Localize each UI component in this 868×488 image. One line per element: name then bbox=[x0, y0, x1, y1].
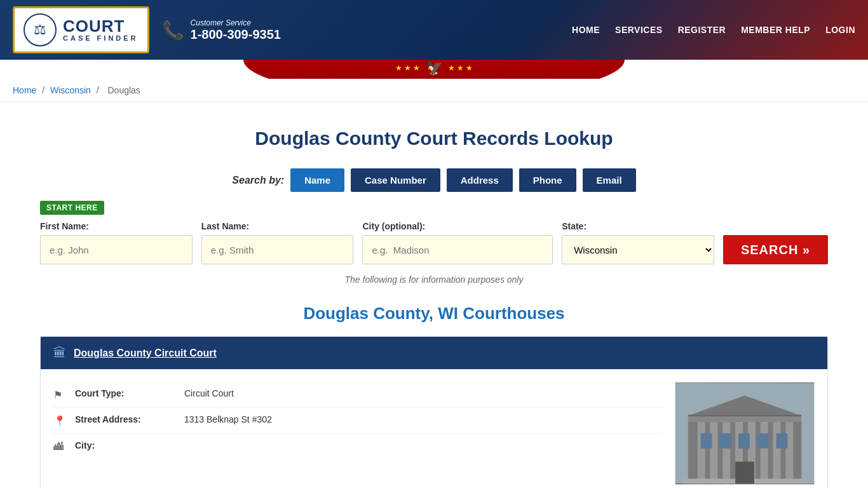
last-name-input[interactable] bbox=[201, 235, 354, 264]
last-name-group: Last Name: bbox=[201, 221, 354, 264]
nav-member-help[interactable]: MEMBER HELP bbox=[741, 25, 810, 36]
banner-arc: ★ ★ ★ 🦅 ★ ★ ★ bbox=[0, 60, 868, 79]
breadcrumb-sep-2: / bbox=[97, 85, 102, 95]
svg-rect-14 bbox=[701, 433, 712, 449]
nav-register[interactable]: REGISTER bbox=[678, 25, 726, 36]
courthouse-image bbox=[675, 382, 815, 485]
first-name-input[interactable] bbox=[40, 235, 193, 264]
courthouse-header: 🏛 Douglas County Circuit Court bbox=[41, 337, 827, 369]
logo-emblem: ⚖ bbox=[24, 13, 57, 46]
state-group: State: Wisconsin bbox=[562, 221, 714, 264]
court-type-label: Court Type: bbox=[75, 388, 177, 398]
customer-service: 📞 Customer Service 1-800-309-9351 bbox=[162, 18, 281, 42]
breadcrumb-state[interactable]: Wisconsin bbox=[50, 85, 91, 95]
last-name-label: Last Name: bbox=[201, 221, 354, 231]
courthouse-icon: 🏛 bbox=[53, 346, 66, 360]
first-name-label: First Name: bbox=[40, 221, 193, 231]
svg-rect-19 bbox=[735, 462, 754, 484]
main-nav: HOME SERVICES REGISTER MEMBER HELP LOGIN bbox=[572, 25, 855, 36]
breadcrumb-sep-1: / bbox=[42, 85, 47, 95]
main-content: Douglas County Court Records Lookup Sear… bbox=[21, 102, 847, 488]
courthouse-photo bbox=[675, 383, 814, 484]
city-icon: 🏙 bbox=[53, 441, 67, 452]
svg-rect-4 bbox=[722, 417, 730, 484]
courthouse-body: ⚑ Court Type: Circuit Court 📍 Street Add… bbox=[41, 369, 827, 488]
header-left: ⚖ COURT CASE FINDER 📞 Customer Service 1… bbox=[13, 6, 281, 53]
page-title: Douglas County Court Records Lookup bbox=[40, 128, 828, 149]
star-left: ★ ★ ★ bbox=[395, 64, 421, 72]
city-row-label: City: bbox=[75, 440, 177, 451]
address-value: 1313 Belknap St #302 bbox=[184, 414, 272, 424]
svg-rect-2 bbox=[698, 417, 705, 484]
courthouse-name-link[interactable]: Douglas County Circuit Court bbox=[74, 348, 217, 359]
nav-login[interactable]: LOGIN bbox=[825, 25, 855, 36]
svg-rect-17 bbox=[757, 433, 769, 449]
city-label: City (optional): bbox=[362, 221, 553, 231]
courthouses-title: Douglas County, WI Courthouses bbox=[40, 304, 828, 323]
svg-rect-8 bbox=[773, 417, 781, 484]
search-form-area: START HERE First Name: Last Name: City (… bbox=[40, 201, 828, 264]
first-name-group: First Name: bbox=[40, 221, 193, 264]
info-note: The following is for information purpose… bbox=[40, 274, 828, 285]
search-fields-row: First Name: Last Name: City (optional): … bbox=[40, 221, 828, 264]
logo-court-text: COURT bbox=[63, 18, 139, 34]
building-svg bbox=[675, 383, 814, 484]
cs-label: Customer Service bbox=[191, 18, 281, 27]
logo-case-finder-text: CASE FINDER bbox=[63, 34, 139, 42]
city-row: 🏙 City: bbox=[53, 434, 662, 459]
logo[interactable]: ⚖ COURT CASE FINDER bbox=[13, 6, 149, 53]
tab-name[interactable]: Name bbox=[290, 168, 344, 192]
address-icon: 📍 bbox=[53, 415, 67, 427]
header: ⚖ COURT CASE FINDER 📞 Customer Service 1… bbox=[0, 0, 868, 60]
court-type-icon: ⚑ bbox=[53, 389, 67, 401]
svg-rect-15 bbox=[719, 433, 731, 449]
tab-address[interactable]: Address bbox=[447, 168, 513, 192]
state-label: State: bbox=[562, 221, 714, 231]
svg-rect-9 bbox=[785, 417, 793, 484]
court-type-value: Circuit Court bbox=[184, 388, 234, 398]
courthouse-card: 🏛 Douglas County Circuit Court ⚑ Court T… bbox=[40, 336, 828, 488]
breadcrumb: Home / Wisconsin / Douglas bbox=[0, 79, 868, 102]
state-select[interactable]: Wisconsin bbox=[562, 235, 714, 264]
svg-rect-3 bbox=[710, 417, 718, 484]
city-group: City (optional): bbox=[362, 221, 553, 264]
breadcrumb-county: Douglas bbox=[108, 85, 140, 95]
tab-phone[interactable]: Phone bbox=[519, 168, 576, 192]
nav-home[interactable]: HOME bbox=[572, 25, 600, 36]
svg-rect-18 bbox=[776, 433, 788, 449]
cs-info: Customer Service 1-800-309-9351 bbox=[191, 18, 281, 42]
nav-services[interactable]: SERVICES bbox=[615, 25, 663, 36]
search-button[interactable]: SEARCH » bbox=[723, 235, 828, 264]
tab-case-number[interactable]: Case Number bbox=[351, 168, 440, 192]
svg-rect-7 bbox=[761, 417, 768, 484]
address-row: 📍 Street Address: 1313 Belknap St #302 bbox=[53, 408, 662, 434]
phone-icon: 📞 bbox=[162, 20, 184, 41]
courthouse-details: ⚑ Court Type: Circuit Court 📍 Street Add… bbox=[53, 382, 662, 485]
tab-email[interactable]: Email bbox=[583, 168, 636, 192]
cs-phone: 1-800-309-9351 bbox=[191, 27, 281, 42]
banner-eagle: ★ ★ ★ 🦅 ★ ★ ★ bbox=[395, 60, 473, 76]
court-type-row: ⚑ Court Type: Circuit Court bbox=[53, 382, 662, 408]
search-by-row: Search by: Name Case Number Address Phon… bbox=[40, 168, 828, 192]
eagle-icon: 🦅 bbox=[426, 60, 443, 76]
breadcrumb-home[interactable]: Home bbox=[13, 85, 36, 95]
address-label: Street Address: bbox=[75, 414, 177, 424]
star-right: ★ ★ ★ bbox=[448, 64, 473, 72]
start-here-badge: START HERE bbox=[40, 201, 104, 215]
svg-rect-16 bbox=[738, 433, 750, 449]
search-by-label: Search by: bbox=[232, 175, 284, 186]
city-input[interactable] bbox=[362, 235, 553, 264]
logo-text: COURT CASE FINDER bbox=[63, 18, 139, 42]
